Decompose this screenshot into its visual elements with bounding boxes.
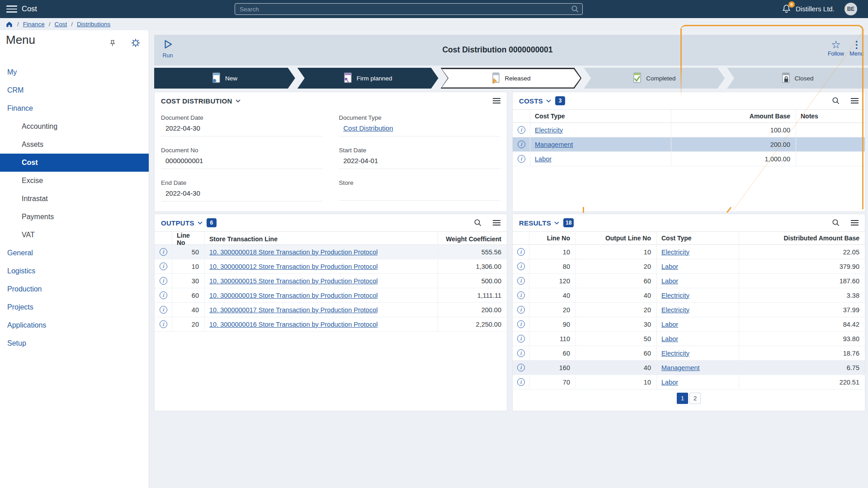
column-header[interactable]: Cost Type (530, 110, 671, 122)
page-button-2[interactable]: 2 (689, 393, 701, 404)
cost-type-link[interactable]: Labor (661, 379, 678, 386)
sidebar-item-crm[interactable]: CRM (0, 81, 149, 99)
field-value[interactable]: 2022-04-30 (161, 186, 323, 202)
store-transaction-link[interactable]: 10. 3000000016 Store Transaction by Prod… (209, 321, 377, 328)
sidebar-item-production[interactable]: Production (0, 280, 149, 298)
info-icon[interactable]: i (160, 320, 167, 328)
hamburger-icon[interactable] (6, 5, 17, 13)
store-transaction-link[interactable]: 10. 3000000012 Store Transaction by Prod… (209, 263, 377, 270)
sidebar-item-vat[interactable]: VAT (0, 226, 149, 244)
search-input[interactable] (235, 3, 583, 15)
column-header[interactable]: Line No (529, 232, 576, 244)
search-icon[interactable] (832, 97, 840, 105)
cost-type-link[interactable]: Electricity (661, 249, 689, 256)
page-button-1[interactable]: 1 (677, 393, 688, 404)
info-icon[interactable]: i (517, 378, 525, 386)
cost-type-link[interactable]: Management (535, 141, 573, 148)
info-icon[interactable]: i (517, 349, 525, 357)
info-icon[interactable]: i (517, 263, 525, 270)
info-icon[interactable]: i (160, 306, 167, 314)
info-icon[interactable]: i (517, 291, 525, 299)
cost-type-link[interactable]: Electricity (535, 127, 563, 134)
sidebar-item-cost[interactable]: Cost (0, 154, 149, 172)
avatar[interactable]: BE (844, 3, 857, 15)
cost-type-link[interactable]: Labor (661, 335, 678, 343)
info-icon[interactable]: i (518, 141, 525, 148)
workflow-stage-completed[interactable]: Completed (584, 68, 725, 89)
cost-distribution-panel-title[interactable]: COST DISTRIBUTION (161, 97, 241, 105)
column-header[interactable]: Store Transaction Line (205, 232, 438, 246)
cost-type-link[interactable]: Labor (661, 263, 678, 270)
field-value[interactable]: 2022-04-01 (339, 154, 501, 169)
follow-button[interactable]: ☆ Follow (825, 39, 847, 57)
home-icon[interactable] (5, 20, 13, 28)
cost-type-link[interactable]: Electricity (661, 292, 689, 299)
panel-menu-icon[interactable] (493, 220, 500, 225)
info-icon[interactable]: i (518, 126, 525, 134)
info-icon[interactable]: i (160, 248, 167, 256)
info-icon[interactable]: i (517, 320, 525, 328)
sidebar-item-applications[interactable]: Applications (0, 316, 149, 334)
info-icon[interactable]: i (518, 155, 525, 163)
sidebar-item-assets[interactable]: Assets (0, 136, 149, 154)
cost-type-link[interactable]: Labor (535, 155, 552, 163)
info-icon[interactable]: i (517, 335, 525, 343)
search-icon[interactable] (832, 219, 840, 227)
field-value[interactable]: 0000000001 (161, 154, 323, 169)
sidebar-item-finance[interactable]: Finance (0, 99, 149, 117)
cost-type-link[interactable]: Labor (661, 277, 678, 285)
sidebar-item-my[interactable]: My (0, 63, 149, 81)
sidebar-item-logistics[interactable]: Logistics (0, 262, 149, 280)
store-transaction-link[interactable]: 10. 3000000015 Store Transaction by Prod… (209, 277, 377, 285)
sidebar-item-excise[interactable]: Excise (0, 172, 149, 190)
pin-icon[interactable] (108, 39, 117, 47)
info-icon[interactable]: i (517, 248, 525, 256)
outputs-panel-title[interactable]: OUTPUTS (161, 219, 203, 227)
column-header[interactable]: Cost Type (657, 232, 739, 244)
results-panel-title[interactable]: RESULTS (519, 219, 559, 227)
store-transaction-link[interactable]: 10. 3000000017 Store Transaction by Prod… (209, 306, 377, 314)
panel-menu-icon[interactable] (851, 220, 859, 225)
column-header[interactable]: Output Line No (576, 232, 657, 244)
cost-type-link[interactable]: Electricity (661, 306, 689, 314)
breadcrumb-link-finance[interactable]: Finance (23, 21, 45, 28)
page-menu-button[interactable]: ⋮ Menu (845, 39, 868, 57)
panel-menu-icon[interactable] (493, 98, 500, 103)
info-icon[interactable]: i (160, 291, 167, 299)
info-icon[interactable]: i (160, 263, 167, 270)
sidebar-item-payments[interactable]: Payments (0, 208, 149, 226)
breadcrumb-link-distributions[interactable]: Distributions (77, 21, 110, 28)
column-header[interactable]: Weight Coefficient (438, 232, 507, 246)
store-transaction-link[interactable]: 10. 3000000018 Store Transaction by Prod… (209, 249, 377, 256)
document-type-link[interactable]: Cost Distribution (344, 124, 393, 132)
sidebar-item-general[interactable]: General (0, 244, 149, 262)
company-name[interactable]: Distillers Ltd. (796, 5, 835, 13)
field-value[interactable] (339, 186, 501, 201)
workflow-stage-firm-planned[interactable]: Firm planned (297, 68, 439, 89)
info-icon[interactable]: i (517, 306, 525, 314)
sidebar-item-setup[interactable]: Setup (0, 334, 149, 352)
cost-type-link[interactable]: Electricity (661, 350, 689, 357)
workflow-stage-released[interactable]: Released (441, 68, 582, 89)
field-value[interactable]: 2022-04-30 (161, 121, 323, 136)
store-transaction-link[interactable]: 10. 3000000019 Store Transaction by Prod… (209, 292, 377, 299)
workflow-stage-closed[interactable]: Closed (727, 68, 868, 89)
breadcrumb-link-cost[interactable]: Cost (55, 21, 67, 28)
workflow-stage-new[interactable]: New (154, 68, 295, 89)
column-header[interactable]: Line No (172, 232, 205, 246)
info-icon[interactable]: i (160, 277, 167, 285)
sidebar-item-projects[interactable]: Projects (0, 298, 149, 316)
panel-menu-icon[interactable] (851, 98, 859, 103)
costs-panel-title[interactable]: COSTS (519, 97, 551, 105)
column-header[interactable]: Distributed Amount Base (739, 232, 865, 244)
search-icon[interactable] (571, 5, 579, 13)
sidebar-item-intrastat[interactable]: Intrastat (0, 190, 149, 208)
gear-icon[interactable] (131, 38, 140, 47)
search-icon[interactable] (474, 219, 482, 227)
column-header[interactable]: Notes (796, 110, 865, 122)
cost-type-link[interactable]: Labor (661, 321, 678, 328)
sidebar-item-accounting[interactable]: Accounting (0, 117, 149, 136)
column-header[interactable]: Amount Base (671, 110, 796, 122)
info-icon[interactable]: i (517, 364, 525, 371)
cost-type-link[interactable]: Management (661, 364, 700, 371)
